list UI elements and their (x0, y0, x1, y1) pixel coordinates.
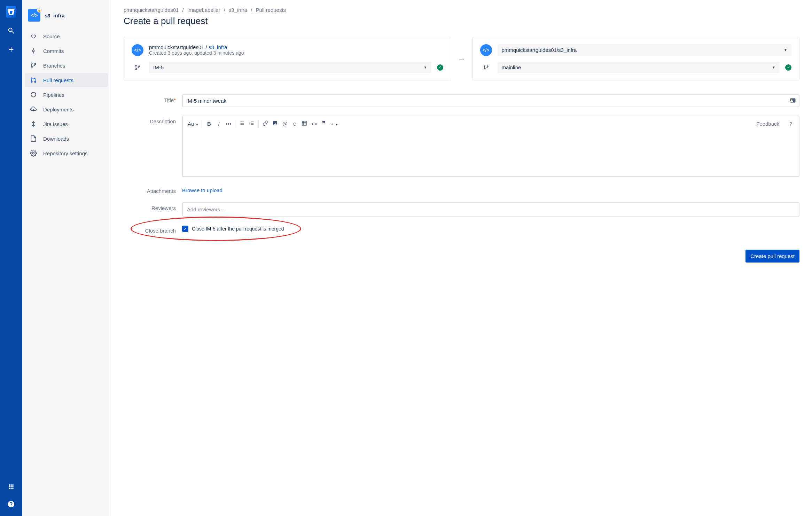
sidebar-item-label: Source (43, 33, 60, 39)
description-label: Description (124, 116, 176, 124)
more-formatting-button[interactable]: ••• (225, 121, 232, 127)
insert-button[interactable]: + ▼ (330, 121, 338, 127)
svg-point-3 (31, 63, 32, 64)
branch-icon (132, 64, 143, 71)
svg-point-20 (240, 124, 241, 125)
svg-point-0 (33, 50, 34, 52)
status-success-icon: ✓ (785, 64, 791, 71)
breadcrumb-item[interactable]: ImageLabeller (187, 7, 220, 13)
emoji-button[interactable]: ☺ (291, 121, 298, 127)
svg-point-11 (135, 69, 136, 70)
create-icon[interactable] (6, 45, 16, 54)
breadcrumb-item[interactable]: Pull requests (256, 7, 286, 13)
breadcrumb-item[interactable]: pmmquickstartguides01 (124, 7, 179, 13)
table-button[interactable] (301, 120, 307, 127)
deployments-icon (30, 106, 37, 113)
sidebar-item-source[interactable]: Source (25, 29, 108, 43)
breadcrumb-item[interactable]: s3_infra (229, 7, 247, 13)
text-style-button[interactable]: Aa ▼ (188, 121, 198, 127)
sidebar-item-deployments[interactable]: Deployments (25, 102, 108, 116)
pull-request-icon (30, 77, 37, 84)
number-list-button[interactable]: 123 (249, 120, 255, 127)
dest-branch-value: mainline (502, 64, 521, 70)
breadcrumb-sep: / (251, 7, 252, 13)
attachments-label: Attachments (124, 185, 176, 194)
svg-point-14 (484, 69, 485, 70)
sidebar-item-pull-requests[interactable]: Pull requests (25, 73, 108, 87)
svg-point-9 (33, 153, 34, 154)
sidebar-item-label: Downloads (43, 136, 69, 142)
close-branch-text: Close IM-5 after the pull request is mer… (192, 226, 284, 232)
code-button[interactable]: <> (311, 121, 317, 127)
quote-button[interactable]: ❞ (321, 121, 327, 126)
svg-point-6 (31, 78, 32, 79)
description-textarea[interactable] (183, 131, 799, 176)
close-branch-label: Close branch (124, 225, 176, 234)
sidebar-item-label: Repository settings (43, 150, 88, 156)
svg-rect-21 (241, 124, 244, 125)
create-pull-request-button[interactable]: Create pull request (745, 250, 799, 263)
svg-point-15 (487, 65, 488, 67)
close-branch-checkbox[interactable]: ✓ (182, 226, 188, 232)
svg-point-12 (139, 65, 140, 67)
title-input[interactable] (182, 94, 799, 107)
bold-button[interactable]: B (206, 121, 212, 127)
sidebar-item-pipelines[interactable]: Pipelines (25, 88, 108, 102)
feedback-button[interactable]: Feedback (756, 121, 779, 127)
dest-repo-select[interactable]: pmmquickstartguides01/s3_infra ▼ (498, 44, 792, 56)
svg-rect-27 (251, 124, 254, 125)
dest-branch-select[interactable]: mainline ▼ (498, 62, 780, 73)
pipelines-icon (30, 91, 37, 98)
nav-list: Source Commits Branches Pull requests Pi… (25, 29, 108, 160)
browse-upload-link[interactable]: Browse to upload (182, 185, 222, 193)
source-repo-text: pmmquickstartguides01 / s3_infra (149, 44, 244, 50)
branch-icon (480, 64, 492, 71)
source-branch-select[interactable]: IM-5 ▼ (149, 62, 431, 73)
svg-rect-23 (251, 122, 254, 122)
help-button[interactable]: ? (788, 121, 794, 127)
bullet-list-button[interactable] (239, 120, 245, 127)
sidebar-item-downloads[interactable]: Downloads (25, 132, 108, 146)
sidebar-item-label: Commits (43, 48, 64, 54)
breadcrumb-sep: / (224, 7, 225, 13)
bitbucket-logo-icon[interactable] (6, 7, 16, 17)
sidebar-item-label: Pull requests (43, 77, 73, 83)
search-icon[interactable] (6, 26, 16, 36)
svg-point-7 (31, 81, 32, 82)
svg-point-10 (135, 65, 136, 66)
repo-icon: </> (132, 44, 143, 56)
svg-point-13 (484, 65, 485, 66)
jira-icon (30, 120, 37, 127)
branches-icon (30, 62, 37, 69)
sidebar-item-branches[interactable]: Branches (25, 58, 108, 72)
title-label: Title* (124, 94, 176, 103)
downloads-icon (30, 135, 37, 142)
svg-rect-17 (241, 122, 244, 122)
gear-icon (30, 150, 37, 157)
sidebar-item-repository-settings[interactable]: Repository settings (25, 146, 108, 160)
svg-point-16 (240, 122, 241, 122)
sidebar-item-jira-issues[interactable]: Jira issues (25, 117, 108, 131)
sidebar-item-commits[interactable]: Commits (25, 44, 108, 58)
mention-button[interactable]: @ (282, 121, 288, 127)
reviewers-input[interactable]: Add reviewers... (182, 202, 799, 217)
svg-point-8 (34, 81, 36, 82)
dest-repo-value: pmmquickstartguides01/s3_infra (502, 47, 577, 53)
image-button[interactable] (272, 120, 278, 127)
svg-rect-25 (251, 123, 254, 123)
svg-point-4 (31, 67, 32, 68)
svg-point-18 (240, 123, 241, 124)
repo-header[interactable]: </> 🔒 s3_infra (25, 7, 108, 29)
sidebar: </> 🔒 s3_infra Source Commits Branches P… (22, 0, 111, 516)
link-button[interactable] (262, 120, 268, 127)
source-repo-subtext: Created 3 days ago, updated 3 minutes ag… (149, 50, 244, 56)
apps-icon[interactable] (6, 482, 16, 492)
sidebar-item-label: Jira issues (43, 121, 68, 127)
italic-button[interactable]: I (216, 121, 222, 127)
description-editor: Aa ▼ B I ••• (182, 116, 799, 177)
main-content: pmmquickstartguides01 / ImageLabeller / … (111, 0, 812, 516)
contact-card-icon[interactable] (790, 97, 796, 104)
svg-rect-19 (241, 123, 244, 123)
help-icon[interactable] (6, 499, 16, 509)
code-icon (30, 33, 37, 40)
